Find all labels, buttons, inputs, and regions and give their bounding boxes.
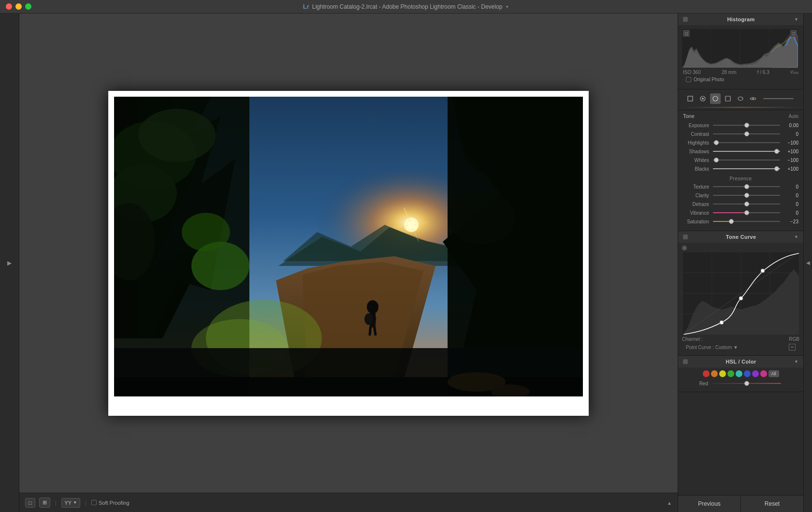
minimize-button[interactable] xyxy=(15,3,22,10)
hsl-red-thumb[interactable] xyxy=(744,381,749,386)
dehaze-thumb[interactable] xyxy=(744,202,749,206)
hsl-aqua-dot[interactable] xyxy=(736,370,742,377)
hsl-yellow-dot[interactable] xyxy=(719,370,726,377)
point-curve-value[interactable]: Custom ▼ xyxy=(715,345,738,350)
clarity-thumb[interactable] xyxy=(744,193,749,198)
vibrance-track xyxy=(713,212,780,213)
histogram-left-btn[interactable]: ◻ xyxy=(683,30,690,37)
saturation-thumb[interactable] xyxy=(729,219,734,224)
hsl-orange-dot[interactable] xyxy=(711,370,718,377)
hsl-purple-dot[interactable] xyxy=(752,370,759,377)
tone-curve-svg xyxy=(683,252,799,335)
contrast-slider-container[interactable] xyxy=(713,131,780,137)
hsl-all-button[interactable]: All xyxy=(768,370,779,377)
svg-rect-43 xyxy=(688,96,693,101)
histogram-header[interactable]: Histogram ▼ xyxy=(678,14,803,25)
point-curve-dropdown[interactable]: Point Curve : Custom ▼ xyxy=(686,345,738,350)
hsl-magenta-dot[interactable] xyxy=(760,370,767,377)
tone-curve-footer: Channel : RGB xyxy=(682,336,799,342)
tone-curve-edit-btn[interactable]: ✏ xyxy=(789,344,796,351)
shadows-value: +100 xyxy=(780,149,798,154)
channel-value[interactable]: RGB xyxy=(789,336,799,342)
maximize-button[interactable] xyxy=(25,3,31,10)
whites-thumb[interactable] xyxy=(714,158,719,162)
blacks-thumb[interactable] xyxy=(774,166,779,171)
tone-auto-button[interactable]: Auto xyxy=(788,114,798,119)
eye-icon xyxy=(750,95,756,102)
channel-label: Channel : xyxy=(682,336,703,342)
vibrance-slider-container[interactable] xyxy=(713,209,780,216)
exposure-thumb[interactable] xyxy=(744,123,749,128)
spot-removal-tool[interactable] xyxy=(697,93,708,104)
contrast-row: Contrast 0 xyxy=(683,131,798,137)
svg-rect-47 xyxy=(725,96,730,101)
shadows-slider-container[interactable] xyxy=(713,148,780,155)
vibrance-fill xyxy=(713,212,747,213)
zoom-arrow-icon: ▼ xyxy=(73,500,77,505)
zoom-dropdown[interactable]: YY ▼ xyxy=(61,498,81,508)
hsl-header[interactable]: HSL / Color ▼ xyxy=(678,356,803,367)
hsl-toggle[interactable] xyxy=(683,359,688,364)
clarity-slider-container[interactable] xyxy=(713,192,780,199)
exposure-slider-container[interactable] xyxy=(713,122,780,129)
soft-proofing-checkbox[interactable] xyxy=(91,500,97,505)
hsl-blue-dot[interactable] xyxy=(744,370,751,377)
svg-point-29 xyxy=(367,300,378,314)
tone-curve-toggle[interactable] xyxy=(683,234,688,239)
vibrance-thumb[interactable] xyxy=(744,210,749,215)
left-panel-toggle[interactable]: ▶ xyxy=(7,260,12,266)
texture-thumb[interactable] xyxy=(744,184,749,189)
whites-value: −100 xyxy=(780,158,798,163)
texture-row: Texture 0 xyxy=(683,183,798,190)
soft-proofing-toggle[interactable]: Soft Proofing xyxy=(91,500,130,506)
tool-slider[interactable] xyxy=(763,98,794,99)
histogram-content: ◻ ◻ xyxy=(678,25,803,89)
hsl-red-row: Red xyxy=(682,380,799,387)
histogram-right-btn[interactable]: ◻ xyxy=(790,30,797,37)
original-photo-checkbox[interactable] xyxy=(686,77,691,82)
toolbar-chevron-icon[interactable]: ▲ xyxy=(667,500,672,506)
svg-point-59 xyxy=(761,269,765,273)
toolbar-right: ▲ xyxy=(667,500,672,506)
histogram-toggle[interactable] xyxy=(683,17,688,22)
histogram-shutter: ¹⁄₅₀₀ xyxy=(790,70,798,75)
tone-curve-arrow-icon: ▼ xyxy=(794,234,798,239)
close-button[interactable] xyxy=(6,3,12,10)
blacks-slider-container[interactable] xyxy=(713,165,780,172)
square-tool[interactable] xyxy=(723,93,733,104)
histogram-arrow-icon: ▼ xyxy=(794,17,798,22)
whites-slider-container[interactable] xyxy=(713,157,780,163)
adjustment-brush-tool[interactable] xyxy=(710,93,721,104)
svg-point-58 xyxy=(739,296,743,300)
center-area: □ ⊞ | YY ▼ | Soft Proofing ▲ xyxy=(19,14,678,512)
reset-button[interactable]: Reset xyxy=(741,496,803,512)
previous-button[interactable]: Previous xyxy=(678,496,741,512)
texture-value: 0 xyxy=(780,184,798,190)
right-panel-toggle[interactable]: ◀ xyxy=(803,14,812,512)
eye-tool[interactable] xyxy=(748,93,758,104)
tone-title: Tone xyxy=(683,113,695,119)
histogram-aperture: f / 6.3 xyxy=(757,70,769,75)
view-mode-button[interactable]: □ xyxy=(25,498,35,508)
tone-section: Tone Auto Exposure 0.00 Contrast xyxy=(678,110,803,231)
dehaze-slider-container[interactable] xyxy=(713,201,780,207)
tone-curve-point-tool[interactable] xyxy=(682,246,687,250)
shadows-thumb[interactable] xyxy=(774,149,779,154)
saturation-slider-container[interactable] xyxy=(713,218,780,225)
circle-tool[interactable] xyxy=(735,93,746,104)
highlights-thumb[interactable] xyxy=(714,140,719,145)
histogram-focal: 28 mm xyxy=(722,70,737,75)
hsl-red-dot[interactable] xyxy=(703,370,710,377)
highlights-slider-container[interactable] xyxy=(713,139,780,146)
tone-curve-header[interactable]: Tone Curve ▼ xyxy=(678,231,803,243)
histogram-title: Histogram xyxy=(727,16,754,22)
grid-view-button[interactable]: ⊞ xyxy=(39,497,50,508)
window-controls[interactable] xyxy=(6,3,31,10)
contrast-thumb[interactable] xyxy=(744,132,749,136)
crop-tool[interactable] xyxy=(685,93,696,104)
vibrance-row: Vibrance 0 xyxy=(683,209,798,216)
hsl-red-track xyxy=(712,383,781,384)
texture-slider-container[interactable] xyxy=(713,183,780,190)
hsl-red-slider-container[interactable] xyxy=(712,380,781,387)
hsl-green-dot[interactable] xyxy=(727,370,734,377)
